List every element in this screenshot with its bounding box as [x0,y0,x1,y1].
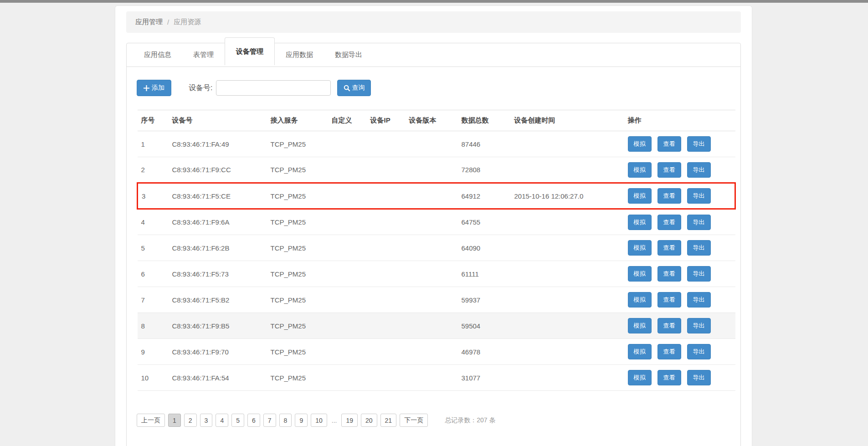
cell-device-number: C8:93:46:71:F6:2B [169,235,267,261]
page-button-7[interactable]: 7 [263,414,276,427]
cell-data-total: 59504 [458,313,511,339]
breadcrumb-item-app-resource: 应用资源 [174,18,201,26]
view-button[interactable]: 查看 [657,292,681,308]
cell-created-time [511,261,624,287]
export-button[interactable]: 导出 [687,136,711,152]
simulate-button[interactable]: 模拟 [628,162,652,178]
cell-device-ip [367,131,406,157]
cell-data-total: 64090 [458,235,511,261]
view-button[interactable]: 查看 [657,215,681,230]
page-button-9[interactable]: 9 [295,414,308,427]
page-button-21[interactable]: 21 [380,414,397,427]
tab-table-mgmt[interactable]: 表管理 [182,43,225,67]
simulate-button[interactable]: 模拟 [628,188,652,204]
page-button-10[interactable]: 10 [311,414,327,427]
cell-device-version [406,365,458,391]
toolbar: 添加 设备号: 查询 [137,80,736,96]
view-button[interactable]: 查看 [657,188,681,204]
table-body: 1 C8:93:46:71:FA:49 TCP_PM25 87446 模拟查看导… [138,131,735,391]
cell-index: 6 [138,261,169,287]
tab-bar: 应用信息表管理设备管理应用数据数据导出 [127,43,740,67]
simulate-button[interactable]: 模拟 [628,292,652,308]
table-row: 2 C8:93:46:71:F9:CC TCP_PM25 72808 模拟查看导… [138,157,735,183]
simulate-button[interactable]: 模拟 [628,215,652,230]
export-button[interactable]: 导出 [687,344,711,359]
simulate-button[interactable]: 模拟 [628,344,652,359]
cell-data-total: 64755 [458,209,511,235]
top-strip [0,0,868,3]
tab-device-mgmt[interactable]: 设备管理 [225,37,275,65]
cell-custom [328,157,367,183]
tab-panel: 应用信息表管理设备管理应用数据数据导出 添加 设备号: 查询 [126,43,741,446]
simulate-button[interactable]: 模拟 [628,240,652,256]
export-button[interactable]: 导出 [687,240,711,256]
view-button[interactable]: 查看 [657,370,681,385]
page-button-19[interactable]: 19 [341,414,358,427]
cell-device-ip [367,365,406,391]
cell-device-ip [367,183,406,209]
tab-app-data[interactable]: 应用数据 [275,43,324,67]
cell-created-time [511,131,624,157]
cell-access-service: TCP_PM25 [267,261,328,287]
cell-data-total: 72808 [458,157,511,183]
export-button[interactable]: 导出 [687,162,711,178]
view-button[interactable]: 查看 [657,136,681,152]
tab-data-export[interactable]: 数据导出 [324,43,373,67]
content-panel: 应用管理 / 应用资源 应用信息表管理设备管理应用数据数据导出 添加 设备号: … [115,5,752,446]
simulate-button[interactable]: 模拟 [628,136,652,152]
cell-device-version [406,339,458,365]
page-button-5[interactable]: 5 [231,414,244,427]
view-button[interactable]: 查看 [657,266,681,282]
page-button-6[interactable]: 6 [247,414,260,427]
cell-index: 9 [138,339,169,365]
simulate-button[interactable]: 模拟 [628,318,652,333]
cell-device-ip [367,261,406,287]
row-actions: 模拟查看导出 [624,131,735,157]
table-row: 3 C8:93:46:71:F5:CE TCP_PM25 64912 2015-… [138,183,735,209]
simulate-button[interactable]: 模拟 [628,266,652,282]
export-button[interactable]: 导出 [687,266,711,282]
export-button[interactable]: 导出 [687,188,711,204]
cell-index: 10 [138,365,169,391]
row-actions: 模拟查看导出 [624,157,735,183]
view-button[interactable]: 查看 [657,318,681,333]
cell-device-version [406,287,458,313]
cell-device-version [406,157,458,183]
column-header-5: 设备版本 [406,110,458,131]
cell-device-version [406,235,458,261]
row-actions: 模拟查看导出 [624,183,735,209]
breadcrumb-item-app-management[interactable]: 应用管理 [135,18,163,26]
page-button-8[interactable]: 8 [279,414,292,427]
cell-index: 3 [138,183,169,209]
device-number-input[interactable] [216,80,331,96]
export-button[interactable]: 导出 [687,370,711,385]
cell-data-total: 31077 [458,365,511,391]
add-button[interactable]: 添加 [137,80,171,96]
search-button[interactable]: 查询 [337,80,371,96]
export-button[interactable]: 导出 [687,318,711,333]
cell-device-number: C8:93:46:71:F9:70 [169,339,267,365]
view-button[interactable]: 查看 [657,162,681,178]
cell-custom [328,209,367,235]
cell-custom [328,235,367,261]
simulate-button[interactable]: 模拟 [628,370,652,385]
cell-data-total: 46978 [458,339,511,365]
page-button-1[interactable]: 1 [168,414,181,427]
cell-custom [328,131,367,157]
page-button-2[interactable]: 2 [184,414,197,427]
column-header-3: 自定义 [328,110,367,131]
export-button[interactable]: 导出 [687,215,711,230]
view-button[interactable]: 查看 [657,240,681,256]
total-records-text: 总记录数：207 条 [445,416,495,425]
page-prev-button[interactable]: 上一页 [137,414,165,427]
view-button[interactable]: 查看 [657,344,681,359]
page-button-20[interactable]: 20 [361,414,377,427]
cell-device-number: C8:93:46:71:F5:73 [169,261,267,287]
cell-access-service: TCP_PM25 [267,365,328,391]
tab-app-info[interactable]: 应用信息 [133,43,182,67]
export-button[interactable]: 导出 [687,292,711,308]
cell-device-number: C8:93:46:71:F9:6A [169,209,267,235]
page-button-4[interactable]: 4 [216,414,228,427]
page-button-3[interactable]: 3 [200,414,213,427]
page-next-button[interactable]: 下一页 [400,414,428,427]
